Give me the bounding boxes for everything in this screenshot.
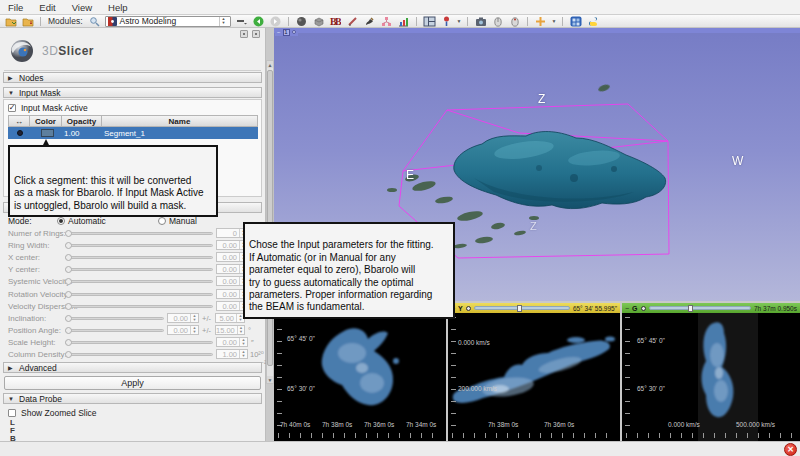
- chart-icon[interactable]: [397, 15, 410, 27]
- extensions-manager-icon[interactable]: [569, 15, 582, 27]
- param-slider[interactable]: [65, 280, 213, 283]
- param-label: X center:: [8, 253, 40, 262]
- slice-view-red[interactable]: − R 137.602 km/s 65° 45' 0" 65° 30' 0" 7…: [274, 303, 446, 441]
- input-mask-active-checkbox[interactable]: [8, 104, 16, 112]
- slice-slider-handle[interactable]: [688, 305, 693, 312]
- slice-bar-green[interactable]: − G 7h 37m 0.950s: [622, 303, 800, 313]
- show-zoomed-slice-checkbox[interactable]: [8, 409, 16, 417]
- slider-knob[interactable]: [65, 266, 72, 273]
- volume-cube-icon[interactable]: [312, 15, 325, 27]
- slice-slider-handle[interactable]: [517, 305, 522, 312]
- segment-visibility-cell[interactable]: [8, 127, 30, 139]
- menu-edit[interactable]: Edit: [39, 2, 55, 13]
- slice-slider[interactable]: [649, 306, 751, 310]
- slice-view-yellow[interactable]: − Y 65° 34' 55.995" 0.000 km/s 200.000 k…: [448, 303, 620, 441]
- view-pin-icon[interactable]: [292, 30, 296, 34]
- collapse-slice-icon[interactable]: −: [625, 305, 629, 312]
- slider-knob[interactable]: [65, 278, 72, 285]
- section-data-probe[interactable]: ▼ Data Probe: [3, 393, 262, 404]
- error-log-button[interactable]: ✕: [784, 443, 797, 456]
- window-level-mouse-icon[interactable]: [491, 15, 504, 27]
- segment-color-cell[interactable]: [30, 127, 62, 139]
- slice-canvas-red[interactable]: 65° 45' 0" 65° 30' 0" 7h 40m 0s 7h 38m 0…: [274, 313, 446, 441]
- apply-button[interactable]: Apply: [4, 376, 261, 390]
- param-error-spinbox[interactable]: 15.00▲▼: [215, 325, 245, 335]
- param-slider[interactable]: [65, 305, 213, 308]
- param-slider[interactable]: [65, 244, 213, 247]
- menu-view[interactable]: View: [72, 2, 92, 13]
- slice-bar-yellow[interactable]: − Y 65° 34' 55.995": [448, 303, 620, 313]
- save-data-icon[interactable]: [21, 15, 34, 27]
- slider-knob[interactable]: [65, 315, 72, 322]
- slider-knob[interactable]: [65, 242, 72, 249]
- module-selector[interactable]: Astro Modeling ▲▼: [105, 16, 231, 27]
- param-error-spinbox[interactable]: 5.00▲▼: [215, 313, 245, 323]
- mode-manual-option[interactable]: Manual: [158, 216, 197, 226]
- view-collapse-icon[interactable]: −: [277, 29, 281, 35]
- param-slider[interactable]: [65, 256, 213, 259]
- panel-undock-icon[interactable]: [252, 30, 260, 38]
- scene-sphere-icon[interactable]: [295, 15, 308, 27]
- slider-knob[interactable]: [65, 230, 72, 237]
- param-slider[interactable]: [65, 341, 213, 344]
- slider-knob[interactable]: [65, 254, 72, 261]
- module-selector-spinner[interactable]: ▲▼: [219, 17, 228, 26]
- layout-selector-icon[interactable]: [423, 15, 436, 27]
- mouse-mode-dropdown-icon[interactable]: ▼: [457, 18, 462, 24]
- param-slider[interactable]: [65, 353, 213, 356]
- menu-help[interactable]: Help: [108, 2, 128, 13]
- slider-knob[interactable]: [65, 291, 72, 298]
- crosshair-dropdown-icon[interactable]: ▼: [551, 18, 556, 24]
- param-spinbox[interactable]: 1.00▲▼: [216, 349, 248, 359]
- param-slider[interactable]: [65, 329, 164, 332]
- slider-knob[interactable]: [65, 351, 72, 358]
- section-advanced[interactable]: ▶ Advanced: [3, 362, 262, 373]
- panel-pin-icon[interactable]: [240, 30, 248, 38]
- module-search-icon[interactable]: [88, 15, 101, 27]
- module-history-icon[interactable]: [235, 15, 248, 27]
- mode-automatic-option[interactable]: Automatic: [57, 216, 106, 226]
- mouse-mode-pin-icon[interactable]: [440, 15, 453, 27]
- param-slider[interactable]: [65, 232, 213, 235]
- slicer-logo: 3DSlicer: [8, 34, 94, 68]
- scroll-down-icon[interactable]: ▼: [267, 376, 273, 383]
- annotation-ruler-icon[interactable]: [346, 15, 359, 27]
- module-next-icon[interactable]: [269, 15, 282, 27]
- segment-name-cell[interactable]: Segment_1: [102, 127, 258, 139]
- section-nodes[interactable]: ▶ Nodes: [3, 72, 262, 83]
- sample-data-nodes-icon[interactable]: [380, 15, 393, 27]
- crosshair-icon[interactable]: [534, 15, 547, 27]
- zoom-mouse-icon[interactable]: [508, 15, 521, 27]
- slider-knob[interactable]: [65, 327, 72, 334]
- param-row-position-angle: Position Angle: 0.00▲▼ +/- 15.00▲▼ °: [8, 325, 261, 335]
- param-slider[interactable]: [65, 293, 213, 296]
- slice-slider[interactable]: [474, 306, 570, 310]
- section-input-mask-label: Input Mask: [19, 88, 61, 98]
- plus-minus-label: +/-: [202, 326, 211, 335]
- bbarolo-icon[interactable]: BB: [329, 15, 342, 27]
- slice-view-green[interactable]: − G 7h 37m 0.950s 65° 45' 0" 65° 30' 0" …: [622, 303, 800, 441]
- slice-canvas-yellow[interactable]: 0.000 km/s 200.000 km/s 7h 38m 0s 7h 36m…: [448, 313, 620, 441]
- menu-file[interactable]: File: [8, 2, 23, 13]
- screenshot-camera-icon[interactable]: [474, 15, 487, 27]
- slice-pin-icon[interactable]: [466, 306, 471, 311]
- param-slider[interactable]: [65, 317, 164, 320]
- param-spinbox[interactable]: 0.00▲▼: [167, 313, 199, 323]
- section-input-mask[interactable]: ▼ Input Mask: [3, 87, 262, 98]
- slice-pin-icon[interactable]: [641, 306, 646, 311]
- scrollbar-thumb[interactable]: [267, 70, 273, 366]
- python-interactor-icon[interactable]: [586, 15, 599, 27]
- slider-knob[interactable]: [65, 339, 72, 346]
- param-spinbox[interactable]: 0.00▲▼: [216, 337, 248, 347]
- slice-canvas-green[interactable]: 65° 45' 0" 65° 30' 0" 0.000 km/s 500.000…: [622, 313, 800, 441]
- slider-knob[interactable]: [65, 303, 72, 310]
- segment-opacity-cell[interactable]: 1.00: [62, 127, 102, 139]
- param-slider[interactable]: [65, 268, 213, 271]
- load-data-icon[interactable]: [4, 15, 17, 27]
- module-previous-icon[interactable]: [252, 15, 265, 27]
- editor-brush-icon[interactable]: [363, 15, 376, 27]
- threed-view-controller[interactable]: − 1: [275, 28, 298, 36]
- segment-row[interactable]: 1.00 Segment_1: [8, 127, 258, 139]
- param-spinbox[interactable]: 0.00▲▼: [167, 325, 199, 335]
- scroll-up-icon[interactable]: ▲: [267, 61, 273, 68]
